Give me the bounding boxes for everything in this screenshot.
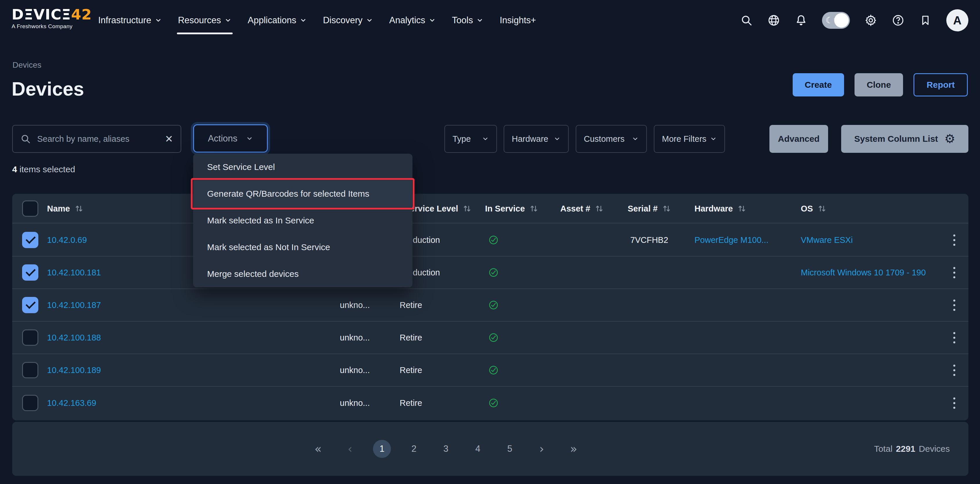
column-header-os[interactable]: OS xyxy=(801,194,827,223)
last-page-button[interactable]: » xyxy=(565,440,583,458)
column-header-in-service[interactable]: In Service xyxy=(485,194,539,223)
device-name-link[interactable]: 10.42.0.69 xyxy=(47,235,87,245)
os-link[interactable]: VMware ESXi xyxy=(801,235,853,245)
row-checkbox[interactable] xyxy=(22,297,38,313)
menu-item-generate-qr-barcodes[interactable]: Generate QR/Barcodes for selected Items xyxy=(193,180,412,207)
sort-icon xyxy=(662,204,671,213)
device-name-link[interactable]: 10.42.100.181 xyxy=(47,268,101,277)
page-button-2[interactable]: 2 xyxy=(405,440,423,458)
chevron-down-icon xyxy=(632,135,639,142)
report-button[interactable]: Report xyxy=(913,73,968,96)
selection-summary: 4 items selected xyxy=(12,164,75,174)
row-menu-kebab[interactable] xyxy=(953,289,955,321)
filter-hardware[interactable]: Hardware xyxy=(504,125,569,153)
avatar[interactable]: A xyxy=(946,9,968,31)
page-button-1[interactable]: 1 xyxy=(373,440,391,458)
serial-cell: 7VCFHB2 xyxy=(630,224,668,256)
devices-table: Name Service Level In Service Asset # Se… xyxy=(12,194,968,420)
service-level-cell: Retire xyxy=(400,322,422,353)
table-row: 10.42.100.187 unkno... Retire xyxy=(12,289,968,322)
avatar-letter: A xyxy=(953,14,962,27)
menu-item-mark-in-service[interactable]: Mark selected as In Service xyxy=(193,207,412,234)
page-button-5[interactable]: 5 xyxy=(501,440,519,458)
nav-item-analytics[interactable]: Analytics xyxy=(389,15,436,25)
menu-item-set-service-level[interactable]: Set Service Level xyxy=(193,154,412,180)
search-icon[interactable] xyxy=(740,14,753,27)
device-name-link[interactable]: 10.42.100.189 xyxy=(47,365,101,375)
row-menu-kebab[interactable] xyxy=(953,322,955,353)
advanced-button[interactable]: Advanced xyxy=(769,125,828,153)
bookmark-icon[interactable] xyxy=(919,14,932,27)
device-name-link[interactable]: 10.42.100.188 xyxy=(47,333,101,342)
next-page-button[interactable]: › xyxy=(533,440,551,458)
row-checkbox[interactable] xyxy=(22,362,38,378)
column-header-name[interactable]: Name xyxy=(47,194,84,223)
nav-item-applications[interactable]: Applications xyxy=(248,15,307,25)
dark-mode-toggle[interactable]: ☾⁺ xyxy=(822,12,850,29)
page-title: Devices xyxy=(12,78,84,100)
row-checkbox[interactable] xyxy=(22,395,38,411)
device42-logo[interactable]: DΞVICΞ42 A Freshworks Company xyxy=(12,7,92,30)
page-button-3[interactable]: 3 xyxy=(437,440,455,458)
row-checkbox[interactable] xyxy=(22,264,38,281)
in-service-icon xyxy=(488,289,498,321)
filter-customers[interactable]: Customers xyxy=(576,125,647,153)
select-all-checkbox[interactable] xyxy=(22,201,38,217)
total-count-value: 2291 xyxy=(896,444,916,454)
gear-icon[interactable] xyxy=(864,14,877,27)
column-header-serial[interactable]: Serial # xyxy=(628,194,671,223)
column-header-asset[interactable]: Asset # xyxy=(560,194,604,223)
nav-item-resources[interactable]: Resources xyxy=(178,15,231,25)
previous-page-button[interactable]: ‹ xyxy=(341,440,359,458)
device-name-link[interactable]: 10.42.163.69 xyxy=(47,398,96,408)
actions-dropdown-button[interactable]: Actions xyxy=(193,124,268,153)
column-header-hardware[interactable]: Hardware xyxy=(694,194,747,223)
row-checkbox[interactable] xyxy=(22,232,38,248)
page-button-4[interactable]: 4 xyxy=(469,440,487,458)
gear-icon: ⚙ xyxy=(944,133,955,145)
system-column-list-button[interactable]: System Column List⚙ xyxy=(841,125,968,153)
header-buttons: Create Clone Report xyxy=(793,73,968,96)
table-row: 10.42.100.188 unkno... Retire xyxy=(12,322,968,354)
clear-search-icon[interactable]: ✕ xyxy=(165,134,173,144)
row-menu-kebab[interactable] xyxy=(953,256,955,288)
os-link[interactable]: Microsoft Windows 10 1709 - 190 xyxy=(801,268,926,277)
column-header-service-level[interactable]: Service Level xyxy=(404,194,472,223)
clone-button[interactable]: Clone xyxy=(854,73,903,96)
nav-item-tools[interactable]: Tools xyxy=(452,15,483,25)
menu-item-merge-devices[interactable]: Merge selected devices xyxy=(193,261,412,287)
row-checkbox[interactable] xyxy=(22,330,38,346)
in-service-icon xyxy=(488,256,498,288)
filter-type[interactable]: Type xyxy=(444,125,497,153)
row-menu-kebab[interactable] xyxy=(953,354,955,386)
breadcrumb[interactable]: Devices xyxy=(13,61,41,70)
sort-icon xyxy=(737,204,747,213)
top-nav: DΞVICΞ42 A Freshworks Company Infrastruc… xyxy=(0,0,980,41)
service-level-cell: Retire xyxy=(400,289,422,321)
search-input[interactable] xyxy=(37,134,159,144)
globe-icon[interactable] xyxy=(767,14,780,27)
sort-icon xyxy=(529,204,539,213)
chevron-down-icon xyxy=(710,135,717,142)
chevron-down-icon xyxy=(246,135,253,142)
chevron-down-icon xyxy=(224,17,231,24)
first-page-button[interactable]: « xyxy=(309,440,327,458)
sort-icon xyxy=(462,204,472,213)
menu-item-mark-not-in-service[interactable]: Mark selected as Not In Service xyxy=(193,234,412,261)
filter-more-filters[interactable]: More Filters xyxy=(654,125,725,153)
chevron-down-icon xyxy=(476,17,483,24)
in-service-icon xyxy=(488,354,498,386)
row-menu-kebab[interactable] xyxy=(953,224,955,256)
device-name-link[interactable]: 10.42.100.187 xyxy=(47,300,101,310)
nav-item-infrastructure[interactable]: Infrastructure xyxy=(98,15,162,25)
table-header-row: Name Service Level In Service Asset # Se… xyxy=(12,194,968,223)
nav-item-discovery[interactable]: Discovery xyxy=(323,15,373,25)
nav-item-insights[interactable]: Insights+ xyxy=(500,15,536,25)
search-box: ✕ xyxy=(12,125,181,153)
hardware-link[interactable]: PowerEdge M100... xyxy=(694,235,768,245)
create-button[interactable]: Create xyxy=(793,73,844,96)
help-icon[interactable] xyxy=(892,14,904,27)
row-menu-kebab[interactable] xyxy=(953,387,955,419)
table-row: 10.42.100.181 Production Microsoft Windo… xyxy=(12,256,968,289)
bell-icon[interactable] xyxy=(795,14,807,27)
